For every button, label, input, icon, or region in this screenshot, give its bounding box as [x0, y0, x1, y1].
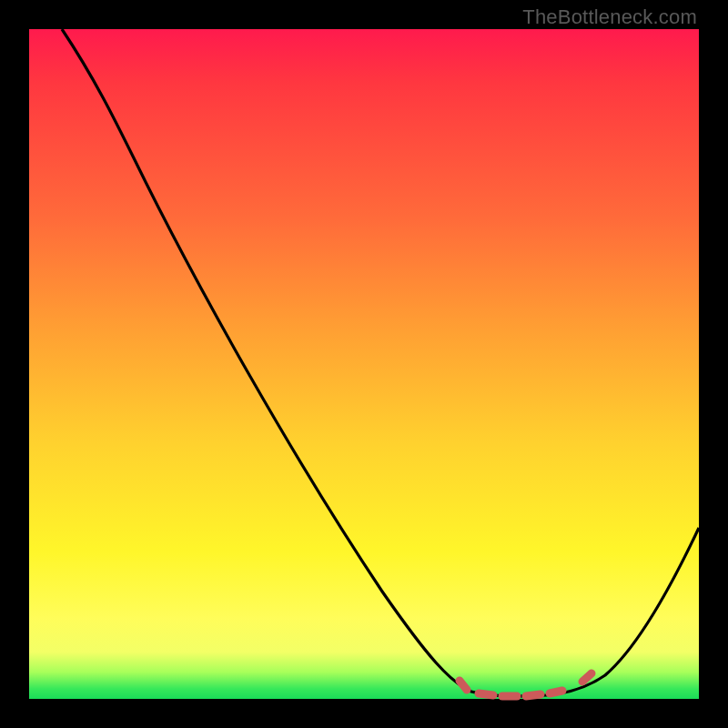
- plot-area: [29, 29, 699, 699]
- chart-frame: TheBottleneck.com: [0, 0, 728, 728]
- watermark-text: TheBottleneck.com: [522, 5, 697, 29]
